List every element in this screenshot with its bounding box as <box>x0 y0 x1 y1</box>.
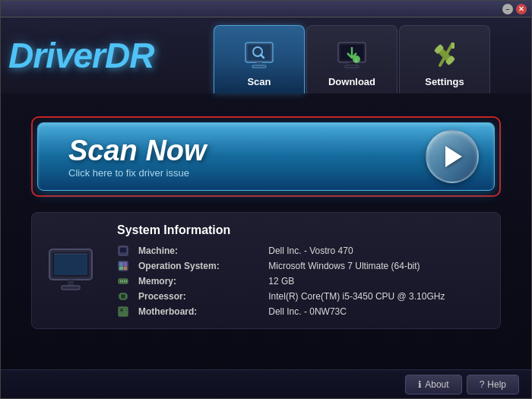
svg-rect-28 <box>119 262 123 266</box>
tab-scan-label: Scan <box>247 76 271 87</box>
tab-download[interactable]: ↓ Download <box>306 25 397 93</box>
svg-rect-31 <box>124 267 128 271</box>
help-label: Help <box>487 379 506 390</box>
computer-icon <box>44 223 105 318</box>
system-info-title: System Information <box>117 223 488 237</box>
svg-rect-5 <box>252 65 266 68</box>
scan-tab-icon <box>241 36 277 73</box>
minimize-button[interactable]: – <box>502 4 513 14</box>
svg-rect-20 <box>54 254 87 275</box>
processor-value: Intel(R) Core(TM) i5-3450 CPU @ 3.10GHz <box>268 291 488 302</box>
svg-rect-17 <box>451 43 454 49</box>
tab-settings-label: Settings <box>425 76 464 87</box>
help-icon: ? <box>480 379 485 390</box>
svg-rect-40 <box>122 295 125 299</box>
svg-rect-22 <box>62 286 80 290</box>
download-tab-icon: ↓ <box>334 36 370 73</box>
os-label: Operation System: <box>138 261 262 271</box>
svg-text:↓: ↓ <box>355 57 358 62</box>
nav-tabs: Scan ↓ <box>198 17 531 93</box>
motherboard-label: Motherboard: <box>138 306 262 317</box>
svg-rect-11 <box>349 62 355 65</box>
help-button[interactable]: ? Help <box>467 375 519 394</box>
svg-rect-33 <box>120 280 122 283</box>
tab-download-label: Download <box>328 76 375 87</box>
settings-tab-icon <box>426 36 463 73</box>
processor-icon <box>117 290 129 302</box>
about-label: About <box>425 379 448 390</box>
main-window: – ✕ DriverDR <box>0 0 532 399</box>
logo-area: DriverDR <box>8 17 198 93</box>
os-value: Microsoft Windows 7 Ultimate (64-bit) <box>268 261 488 271</box>
svg-rect-21 <box>68 280 74 286</box>
scan-now-title: Scan Now <box>68 135 207 167</box>
system-info-table: Machine: Dell Inc. - Vostro 470 Operatio… <box>117 245 488 318</box>
footer: ℹ About ? Help <box>1 369 531 398</box>
svg-rect-12 <box>345 65 359 68</box>
motherboard-icon <box>117 306 129 318</box>
scan-now-button[interactable]: Scan Now Click here to fix driver issue <box>37 122 495 191</box>
svg-rect-49 <box>124 309 126 310</box>
system-info-box: System Information Machine: Dell Inc. - … <box>31 212 501 329</box>
close-button[interactable]: ✕ <box>516 4 527 14</box>
svg-rect-30 <box>119 267 123 271</box>
machine-value: Dell Inc. - Vostro 470 <box>268 245 488 256</box>
svg-rect-38 <box>122 278 123 280</box>
svg-rect-35 <box>124 280 125 283</box>
svg-rect-50 <box>124 311 126 312</box>
about-icon: ℹ <box>418 379 422 390</box>
scan-now-text: Scan Now Click here to fix driver issue <box>68 135 207 179</box>
svg-rect-34 <box>122 280 124 283</box>
machine-label: Machine: <box>138 245 262 256</box>
svg-rect-4 <box>256 62 262 65</box>
app-logo: DriverDR <box>8 35 154 76</box>
svg-rect-26 <box>121 253 125 255</box>
os-icon <box>117 260 129 272</box>
svg-rect-25 <box>120 248 126 252</box>
scan-now-subtitle: Click here to fix driver issue <box>68 167 189 179</box>
memory-icon <box>117 275 129 287</box>
tab-scan[interactable]: Scan <box>214 25 305 93</box>
header: DriverDR S <box>1 17 531 93</box>
tab-settings[interactable]: Settings <box>399 25 490 93</box>
svg-rect-36 <box>126 280 128 283</box>
svg-rect-29 <box>124 262 128 266</box>
memory-value: 12 GB <box>268 276 488 287</box>
motherboard-value: Dell Inc. - 0NW73C <box>268 306 488 317</box>
processor-label: Processor: <box>138 291 262 302</box>
memory-label: Memory: <box>138 276 262 287</box>
titlebar: – ✕ <box>1 1 531 17</box>
system-info-content: System Information Machine: Dell Inc. - … <box>117 223 488 318</box>
svg-rect-48 <box>120 309 123 312</box>
svg-rect-37 <box>119 278 121 280</box>
about-button[interactable]: ℹ About <box>405 375 461 394</box>
scan-now-wrapper: Scan Now Click here to fix driver issue <box>31 116 501 197</box>
main-content: Scan Now Click here to fix driver issue <box>1 93 531 369</box>
machine-icon <box>117 245 129 257</box>
scan-now-arrow-icon <box>426 130 479 183</box>
